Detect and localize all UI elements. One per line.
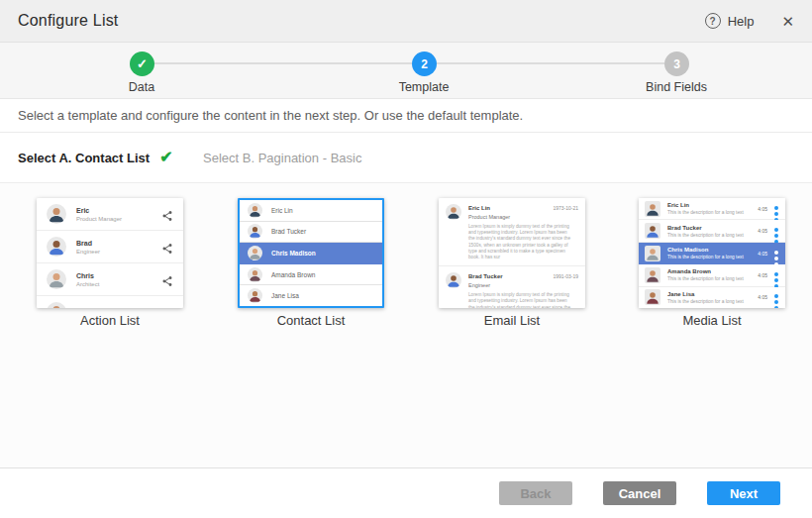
avatar — [645, 267, 660, 283]
item-name: Eric Lin — [271, 207, 293, 214]
list-item: Amanda — [37, 296, 183, 308]
list-item: Amanda Brown — [240, 264, 382, 286]
template-label-action-list: Action List — [37, 313, 183, 328]
select-b-pagination[interactable]: Select B. Pagination - Basic — [203, 151, 361, 165]
step-data-circle[interactable]: ✓ — [130, 52, 154, 76]
item-name: Chris Madison — [271, 250, 316, 257]
list-item: Jane Lisa — [240, 285, 382, 306]
list-item: EricProduct Manager — [37, 198, 183, 231]
kebab-menu-icon — [772, 290, 780, 304]
step-template-circle[interactable]: 2 — [412, 52, 437, 76]
step-bind-fields-circle[interactable]: 3 — [664, 52, 689, 76]
close-icon[interactable]: ✕ — [781, 14, 794, 29]
share-icon — [161, 208, 173, 220]
avatar — [446, 272, 461, 288]
item-name: Jane Lisa — [667, 291, 744, 297]
template-card-email-list[interactable]: Eric Lin Product Manager 1973-10-21 Lore… — [439, 198, 585, 308]
template-gallery: EricProduct Manager BradEngineer ChrisAr… — [0, 183, 812, 467]
item-description: This is the description for a long text — [667, 255, 744, 259]
step-template-label: Template — [399, 80, 450, 94]
dialog-footer: Back Cancel Next — [0, 467, 812, 518]
select-a-label: Select A. Contact List — [18, 151, 150, 165]
stepper-connector — [154, 62, 412, 64]
list-item: ChrisArchitect — [37, 263, 183, 296]
template-card-media-list[interactable]: Eric LinThis is the description for a lo… — [639, 198, 785, 308]
email-body-text: Lorem Ipsum is simply dummy text of the … — [468, 292, 574, 308]
list-item: Brad Tucker Engineer 1991-03-19 Lorem Ip… — [439, 266, 585, 308]
kebab-menu-icon — [772, 268, 780, 282]
back-button[interactable]: Back — [499, 481, 572, 505]
configure-list-dialog: Configure List ? Help ✕ ✓ 2 3 Data Templ… — [0, 0, 812, 518]
item-description: This is the description for a long text — [667, 233, 744, 238]
avatar — [47, 204, 66, 224]
page-title: Configure List — [18, 12, 119, 30]
avatar — [645, 201, 660, 217]
template-label-media-list: Media List — [639, 313, 785, 328]
step-data-label: Data — [129, 80, 154, 94]
check-icon: ✔ — [159, 150, 172, 165]
list-item-selected: Chris Madison — [240, 243, 382, 264]
list-item-selected: Chris MadisonThis is the description for… — [639, 243, 785, 264]
item-name: Eric Lin — [667, 202, 744, 208]
avatar — [645, 246, 660, 261]
item-role: Architect — [76, 281, 99, 287]
item-name: Amanda — [76, 308, 104, 309]
avatar — [248, 267, 262, 282]
next-button[interactable]: Next — [707, 481, 780, 505]
select-a-contact-list[interactable]: Select A. Contact List ✔ — [18, 150, 173, 165]
avatar — [645, 289, 660, 305]
cancel-button[interactable]: Cancel — [603, 481, 676, 505]
item-name: Amanda Brown — [271, 271, 315, 278]
list-item: Brad TuckerThis is the description for a… — [639, 220, 785, 242]
item-duration: 4:05 — [758, 251, 767, 257]
template-card-contact-list-selected[interactable]: Eric Lin Brad Tucker Chris Madison Amand… — [238, 198, 384, 308]
kebab-menu-icon — [772, 247, 780, 260]
avatar — [47, 302, 66, 308]
item-date: 1973-10-21 — [553, 204, 578, 220]
dialog-header: Configure List ? Help ✕ — [0, 0, 812, 43]
avatar — [47, 237, 66, 257]
list-item: Brad Tucker — [240, 222, 382, 244]
item-name: Brad — [76, 240, 100, 247]
template-label-email-list: Email List — [439, 313, 585, 328]
avatar — [47, 269, 66, 289]
kebab-menu-icon — [772, 224, 780, 238]
item-duration: 4:05 — [758, 206, 767, 212]
item-date: 1991-03-19 — [553, 272, 578, 288]
item-role: Product Manager — [468, 214, 510, 220]
item-role: Engineer — [468, 282, 503, 288]
share-icon — [161, 273, 173, 285]
wizard-stepper: ✓ 2 3 Data Template Bind Fields — [0, 43, 812, 99]
item-name: Brad Tucker — [468, 273, 503, 279]
item-name: Brad Tucker — [667, 225, 744, 231]
help-icon: ? — [705, 13, 721, 29]
avatar — [645, 223, 660, 239]
avatar — [446, 204, 461, 220]
list-item: Amanda BrownThis is the description for … — [639, 264, 785, 286]
item-name: Eric Lin — [468, 205, 510, 211]
email-body-text: Lorem Ipsum is simply dummy text of the … — [468, 224, 574, 260]
stepper-connector — [437, 62, 664, 64]
item-description: This is the description for a long text — [667, 299, 744, 304]
help-label: Help — [728, 14, 755, 29]
template-label-contact-list: Contact List — [238, 313, 384, 328]
help-button[interactable]: ? Help — [705, 13, 755, 29]
item-role: Engineer — [76, 249, 100, 255]
list-item: Eric LinThis is the description for a lo… — [639, 198, 785, 220]
avatar — [248, 246, 262, 260]
item-name: Chris — [76, 272, 99, 279]
avatar — [248, 224, 262, 239]
item-role: Product Manager — [76, 216, 122, 222]
item-name: Jane Lisa — [271, 292, 299, 299]
item-duration: 4:05 — [758, 228, 767, 234]
item-name: Chris Madison — [667, 247, 744, 253]
item-name: Brad Tucker — [271, 228, 306, 235]
item-name: Amanda Brown — [667, 268, 744, 274]
template-card-action-list[interactable]: EricProduct Manager BradEngineer ChrisAr… — [37, 198, 183, 308]
share-icon — [161, 241, 173, 253]
avatar — [248, 288, 262, 303]
list-item: Eric Lin — [240, 200, 382, 222]
item-duration: 4:05 — [758, 294, 767, 300]
item-name: Eric — [76, 207, 122, 214]
list-item: Jane LisaThis is the description for a l… — [639, 287, 785, 308]
